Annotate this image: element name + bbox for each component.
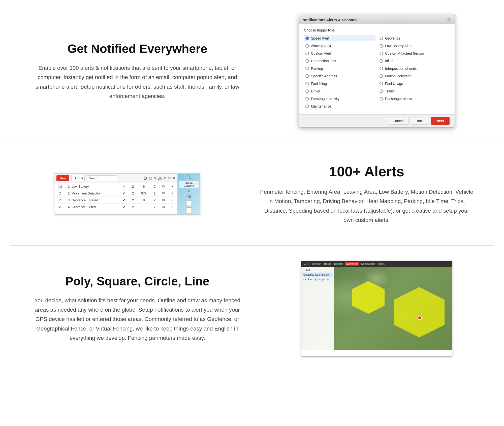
dialog-screenshot: Notifications Alerts & Sensors ✕ Choose … (270, 15, 484, 127)
row-icon: ⊙ (54, 190, 66, 197)
geo-sidebar-item-1[interactable]: Geofence (example strl) (302, 273, 333, 277)
option-interposition[interactable]: Interposition of units (378, 65, 450, 72)
option-geofence-label: Geofence (385, 36, 400, 40)
row-copy-icon[interactable]: ⧉ (159, 204, 168, 210)
search-input[interactable] (87, 175, 117, 181)
new-alert-button[interactable]: New (56, 175, 69, 181)
geo-tab-geofences[interactable]: Geofences (345, 262, 359, 266)
row-copy-icon[interactable]: ⧉ (159, 190, 168, 197)
geo-tab-reports[interactable]: Reports (333, 262, 344, 266)
eye-icon[interactable]: 👁 (187, 189, 191, 193)
row-copy-icon[interactable]: ⧉ (159, 183, 168, 190)
dialog-titlebar: Notifications Alerts & Sensors ✕ (299, 15, 455, 24)
geo-sidebar: + Add Geofence (example strl) Geofence (… (301, 267, 334, 350)
geo-description: You decide, what solution fits best for … (30, 296, 244, 343)
row-close-icon[interactable]: ✕ (168, 190, 177, 197)
option-maintenance[interactable]: Maintenance (304, 103, 375, 109)
filter-select[interactable]: All (71, 175, 85, 181)
option-low-battery-alert[interactable]: Low Battery Alert (378, 43, 450, 49)
option-driver-label: Driver (311, 89, 320, 93)
geo-text-block: Poly, Square, Circle, Line You decide, w… (20, 269, 255, 348)
radio-dot-fuel-fill (305, 82, 309, 85)
option-parking[interactable]: Parking (304, 65, 375, 72)
alerts-with-map: New All ⏻ ▦ ↻ 🚌 ⚙ ⧉ ✕ (54, 174, 200, 214)
geo-tab-monitor[interactable]: Monitor (311, 262, 322, 266)
search-icon[interactable]: 🔍 (187, 175, 191, 179)
bus-icon[interactable]: 🚌 (158, 176, 162, 180)
option-idling[interactable]: Idling (378, 58, 450, 64)
option-pax-activity-label: Passenger activity (311, 97, 340, 101)
row-close-icon[interactable]: ✕ (168, 183, 177, 190)
geo-tab-users[interactable]: Users (377, 262, 386, 266)
back-button[interactable]: Back (411, 117, 428, 125)
option-speed-alert[interactable]: Speed Alert (304, 35, 375, 41)
geo-map-container: GPS Monitor Tracks Reports Geofences Not… (301, 261, 452, 356)
option-geofence[interactable]: Geofence (378, 35, 450, 41)
next-button[interactable]: Next (431, 117, 450, 125)
row-col4: 2 (151, 197, 159, 204)
row-check: ✓ (119, 190, 129, 197)
geo-tab-tracks[interactable]: Tracks (323, 262, 332, 266)
close-icon[interactable]: ✕ (172, 176, 175, 180)
power-icon[interactable]: ⏻ (143, 176, 147, 180)
radio-dot-alarm (305, 44, 309, 48)
geo-sidebar-item-2[interactable]: Geofence (example strl) (302, 277, 333, 282)
geo-title: Poly, Square, Circle, Line (30, 274, 244, 288)
alerts-main: New All ⏻ ▦ ↻ 🚌 ⚙ ⧉ ✕ (54, 174, 177, 214)
option-custom-sensor[interactable]: Custom Attached Sensor (378, 50, 450, 56)
option-alarm-sos[interactable]: Alarm (SOS) (304, 43, 375, 49)
alerts-screenshot-block: New All ⏻ ▦ ↻ 🚌 ⚙ ⧉ ✕ (20, 173, 234, 215)
table-row: 📊 1. Low Battery ✓ 2 6 2 ⧉ ✕ (54, 183, 177, 190)
row-close-icon[interactable]: ✕ (168, 197, 177, 204)
radio-dot-interposition (380, 67, 383, 70)
notified-title: Get Notified Everywhere (30, 42, 244, 56)
row-icon: ↗ (54, 197, 66, 204)
geo-map-body: + Add Geofence (example strl) Geofence (… (301, 261, 452, 350)
alerts-toolbar: New All ⏻ ▦ ↻ 🚌 ⚙ ⧉ ✕ (54, 174, 177, 183)
notified-text-block: Get Notified Everywhere Enable over 100 … (20, 37, 255, 106)
row-close-icon[interactable]: ✕ (168, 204, 177, 210)
map-side-panel: 🔍 Santa Catalina 👁 🗺 + − (177, 174, 200, 214)
table-icon[interactable]: ▦ (148, 176, 152, 180)
geo-tab-notifications[interactable]: Notifications (360, 262, 376, 266)
option-custom-alert[interactable]: Custom Alert (304, 50, 375, 56)
trigger-options-grid: Speed Alert Geofence Alarm (SOS) Low Bat… (304, 35, 450, 109)
option-idling-label: Idling (385, 59, 393, 63)
option-fuel-usage[interactable]: Fuel Usage (378, 81, 450, 87)
row-col3: 8 (137, 197, 150, 204)
radio-dot-trailer (380, 89, 383, 93)
settings-icon[interactable]: ⚙ (164, 176, 167, 180)
option-address-label: Specific Address (311, 74, 337, 78)
option-interposition-label: Interposition of units (385, 67, 417, 71)
option-connection-loss[interactable]: Connection loss (304, 58, 375, 64)
zoom-out-button[interactable]: − (186, 207, 192, 213)
radio-dot-parking (305, 67, 309, 70)
option-trailer-label: Trailer (385, 89, 395, 93)
option-passenger-activity[interactable]: Passenger activity (304, 96, 375, 102)
geo-sidebar-add[interactable]: + Add (302, 268, 333, 273)
option-sensor-label: Custom Attached Sensor (385, 51, 424, 55)
option-fuel-filling[interactable]: Fuel filling (304, 81, 375, 87)
close-icon[interactable]: ✕ (447, 17, 451, 22)
cancel-button[interactable]: Cancel (388, 117, 408, 125)
section-notified: Get Notified Everywhere Enable over 100 … (0, 0, 504, 143)
copy-icon[interactable]: ⧉ (168, 176, 171, 180)
radio-dot-low-battery (380, 44, 383, 48)
row-col2: 2 (129, 190, 137, 197)
refresh-icon[interactable]: ↻ (153, 176, 156, 180)
option-motion-detection[interactable]: Motion Detection (378, 73, 450, 79)
option-connection-label: Connection loss (311, 59, 336, 63)
option-driver[interactable]: Driver (304, 88, 375, 94)
radio-dot-pax-activity (305, 97, 309, 101)
layers-icon[interactable]: 🗺 (187, 195, 191, 199)
row-copy-icon[interactable]: ⧉ (159, 197, 168, 204)
option-speed-label: Speed Alert (311, 36, 329, 40)
zoom-in-button[interactable]: + (186, 200, 192, 206)
radio-dot-speed (305, 37, 309, 40)
radio-dot-connection (305, 59, 309, 63)
geo-tab-gps[interactable]: GPS (303, 262, 310, 266)
row-name: 2. Movement Detection (66, 190, 119, 197)
option-specific-address[interactable]: Specific Address (304, 73, 375, 79)
option-passenger-alarm[interactable]: Passenger alarm (378, 96, 450, 102)
option-trailer[interactable]: Trailer (378, 88, 450, 94)
